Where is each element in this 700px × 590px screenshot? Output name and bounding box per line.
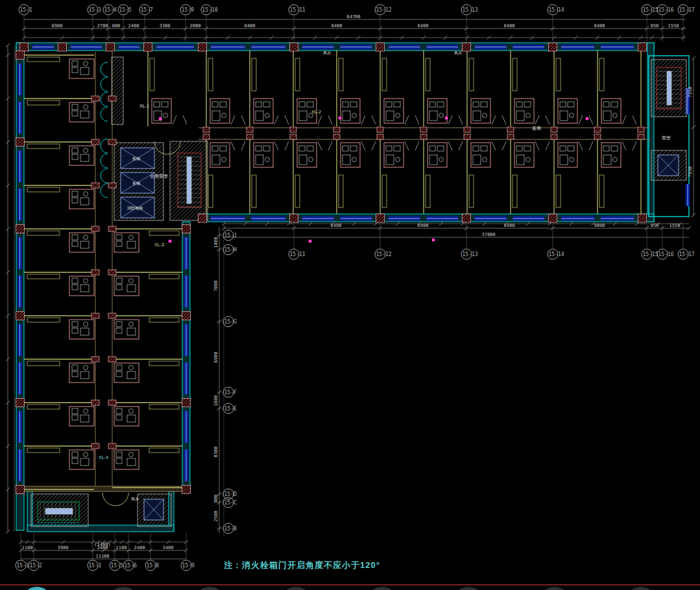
svg-text:15-17: 15-17 [679, 7, 695, 13]
svg-text:15-12: 15-12 [376, 252, 392, 257]
svg-text:15-B: 15-B [224, 526, 237, 532]
taskbar-app-icon[interactable] [627, 587, 655, 590]
svg-text:15-D: 15-D [224, 491, 237, 497]
svg-text:15-1: 15-1 [17, 563, 29, 569]
svg-text:8300: 8300 [213, 447, 219, 458]
svg-text:2000: 2000 [190, 23, 201, 29]
svg-text:15-5: 15-5 [111, 563, 123, 569]
svg-text:8400: 8400 [245, 23, 256, 29]
svg-text:XL-2: XL-2 [311, 110, 321, 114]
svg-text:15-7: 15-7 [141, 7, 153, 13]
svg-text:15-13: 15-13 [463, 7, 478, 13]
svg-text:37800: 37800 [481, 232, 495, 237]
svg-text:3900: 3900 [58, 545, 69, 550]
svg-text:风井: 风井 [454, 51, 463, 55]
svg-text:3300: 3300 [160, 23, 171, 29]
svg-text:1600: 1600 [213, 395, 219, 407]
svg-text:15-11: 15-11 [290, 252, 306, 257]
plan-note: 注：消火栓箱门开启角度不应小于120° [224, 560, 380, 571]
svg-text:8400: 8400 [418, 23, 429, 29]
taskbar-app-icon[interactable] [282, 587, 310, 590]
taskbar-app-icon[interactable] [540, 587, 569, 590]
svg-text:8400: 8400 [332, 23, 343, 29]
svg-text:1100: 1100 [116, 545, 127, 550]
svg-text:15-E: 15-E [224, 406, 237, 412]
svg-text:11100: 11100 [95, 554, 109, 559]
svg-text:15-16: 15-16 [658, 252, 674, 257]
svg-text:15-14: 15-14 [549, 7, 564, 13]
svg-text:15-H: 15-H [224, 247, 237, 253]
svg-text:15-5: 15-5 [119, 7, 132, 13]
svg-text:64700: 64700 [346, 14, 360, 19]
svg-text:XL-3: XL-3 [154, 242, 164, 247]
svg-text:15-15: 15-15 [643, 7, 658, 13]
taskbar[interactable] [0, 584, 700, 590]
svg-text:15-1: 15-1 [20, 7, 32, 13]
svg-text:15-3: 15-3 [89, 563, 101, 569]
cad-viewport[interactable]: 6470069002700800240033002000840084008400… [0, 0, 700, 590]
taskbar-app-icon[interactable] [195, 587, 224, 590]
svg-text:15-F: 15-F [224, 390, 237, 395]
svg-text:3400: 3400 [163, 545, 174, 550]
svg-text:15-G: 15-G [224, 319, 237, 325]
svg-text:15-6: 15-6 [125, 563, 137, 569]
svg-text:15-9: 15-9 [182, 563, 195, 569]
svg-text:15-10: 15-10 [202, 7, 218, 13]
svg-text:2500: 2500 [213, 511, 219, 522]
taskbar-app-icon[interactable] [23, 587, 51, 590]
svg-text:15-11: 15-11 [290, 7, 306, 13]
svg-text:15-2: 15-2 [30, 563, 42, 569]
svg-text:800: 800 [213, 495, 219, 503]
svg-text:15-17: 15-17 [679, 252, 695, 257]
svg-text:7950: 7950 [688, 167, 693, 178]
svg-text:XL-4: XL-4 [99, 455, 108, 460]
svg-text:1400: 1400 [213, 237, 219, 248]
taskbar-app-icon[interactable] [454, 587, 483, 590]
svg-text:XL-1: XL-1 [139, 104, 149, 108]
taskbar-app-icon[interactable] [368, 587, 396, 590]
svg-text:2400: 2400 [128, 23, 139, 29]
svg-text:15-13: 15-13 [463, 252, 478, 257]
svg-text:合用前室: 合用前室 [150, 174, 168, 179]
floor-plan: 6470069002700800240033002000840084008400… [0, 0, 700, 590]
svg-text:15-3: 15-3 [89, 7, 101, 13]
svg-text:前室: 前室 [662, 136, 671, 140]
svg-text:1100: 1100 [22, 545, 33, 550]
taskbar-app-icon[interactable] [109, 587, 138, 590]
svg-text:客梯: 客梯 [132, 156, 140, 161]
svg-text:7000: 7000 [213, 281, 219, 292]
svg-text:15-15: 15-15 [643, 252, 658, 257]
svg-text:15-4: 15-4 [104, 7, 117, 13]
svg-text:2400: 2400 [134, 545, 145, 550]
svg-text:15-C: 15-C [224, 500, 237, 506]
svg-text:15-9: 15-9 [182, 7, 194, 13]
svg-text:8400: 8400 [504, 23, 515, 29]
svg-text:15-12: 15-12 [376, 7, 392, 13]
svg-text:15-J: 15-J [224, 233, 237, 239]
svg-text:1550: 1550 [668, 23, 679, 29]
svg-text:走廊: 走廊 [532, 126, 541, 131]
svg-text:800: 800 [112, 23, 121, 29]
svg-text:风井: 风井 [131, 497, 139, 501]
svg-text:850: 850 [651, 23, 659, 29]
svg-text:15-16: 15-16 [658, 7, 674, 13]
svg-text:15-14: 15-14 [549, 252, 564, 257]
svg-text:6900: 6900 [213, 352, 219, 363]
svg-text:消防电梯: 消防电梯 [127, 206, 143, 211]
svg-text:2700: 2700 [97, 23, 108, 29]
svg-text:15-8: 15-8 [147, 563, 159, 569]
svg-text:7350: 7350 [688, 87, 693, 98]
svg-text:风井: 风井 [323, 51, 332, 55]
svg-text:客梯: 客梯 [132, 181, 140, 186]
svg-text:6900: 6900 [52, 23, 63, 29]
svg-text:8400: 8400 [594, 23, 605, 29]
